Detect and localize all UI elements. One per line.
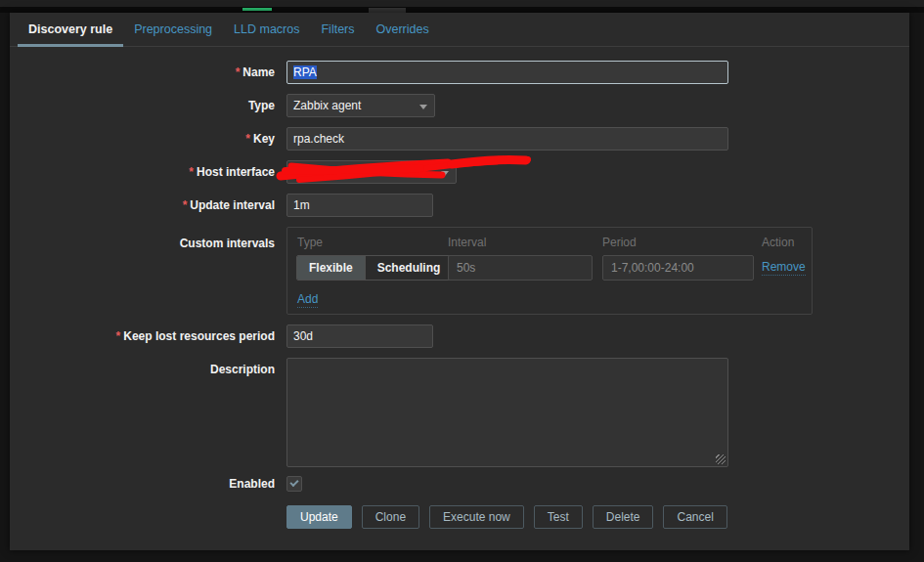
remove-link[interactable]: Remove <box>762 260 806 276</box>
type-select[interactable]: Zabbix agent <box>286 94 435 117</box>
chevron-down-icon <box>419 105 427 109</box>
custom-intervals-label: Custom intervals <box>10 232 275 255</box>
type-row: Type Zabbix agent <box>10 94 909 117</box>
update-interval-label: *Update interval <box>10 194 275 217</box>
required-marker: * <box>236 65 241 79</box>
background-green-bar <box>242 8 272 11</box>
discovery-rule-dialog: Discovery rule Preprocessing LLD macros … <box>10 13 909 550</box>
required-marker: * <box>183 198 188 212</box>
keep-lost-label: *Keep lost resources period <box>10 324 275 348</box>
update-interval-input[interactable]: 1m <box>286 194 433 217</box>
toggle-scheduling[interactable]: Scheduling <box>365 256 453 280</box>
custom-intervals-box: Type Interval Period Action Flexible Sch… <box>286 227 813 315</box>
key-input[interactable]: rpa.check <box>286 127 728 151</box>
test-button[interactable]: Test <box>534 505 583 529</box>
clone-button[interactable]: Clone <box>362 505 419 529</box>
interval-type-toggle: Flexible Scheduling <box>296 255 453 281</box>
host-interface-row: *Host interface <box>10 160 909 184</box>
enabled-label: Enabled <box>10 472 275 496</box>
tab-overrides[interactable]: Overrides <box>366 13 440 46</box>
host-interface-label: *Host interface <box>10 160 275 184</box>
key-label: *Key <box>10 127 275 151</box>
chevron-down-icon <box>441 171 449 176</box>
key-row: *Key rpa.check <box>10 127 909 151</box>
add-link[interactable]: Add <box>297 292 318 308</box>
ci-interval-input[interactable]: 50s <box>448 255 593 281</box>
name-label: *Name <box>10 61 275 84</box>
ci-header-type: Type <box>297 236 323 249</box>
description-row: Description <box>10 358 909 467</box>
cancel-button[interactable]: Cancel <box>663 505 726 529</box>
type-label: Type <box>10 94 275 117</box>
tab-bar: Discovery rule Preprocessing LLD macros … <box>10 13 909 47</box>
host-interface-select[interactable] <box>286 160 457 184</box>
tab-lld-macros[interactable]: LLD macros <box>223 13 310 46</box>
selected-text: RPA <box>293 65 317 79</box>
resize-handle[interactable] <box>716 454 726 464</box>
required-marker: * <box>116 329 121 343</box>
required-marker: * <box>189 165 194 179</box>
tab-filters[interactable]: Filters <box>310 13 365 46</box>
background-top-strip <box>0 0 924 7</box>
update-button[interactable]: Update <box>286 505 352 529</box>
ci-header-period: Period <box>602 236 637 249</box>
keep-lost-input[interactable]: 30d <box>286 324 433 348</box>
name-input[interactable]: RPA <box>286 61 728 84</box>
footer-buttons: Update Clone Execute now Test Delete Can… <box>286 505 727 529</box>
name-row: *Name RPA <box>10 61 909 84</box>
execute-now-button[interactable]: Execute now <box>429 505 524 529</box>
required-marker: * <box>245 132 250 146</box>
checkmark-icon <box>289 478 298 487</box>
toggle-flexible[interactable]: Flexible <box>297 256 365 280</box>
tab-preprocessing[interactable]: Preprocessing <box>123 13 223 46</box>
description-textarea[interactable] <box>286 358 728 467</box>
delete-button[interactable]: Delete <box>593 505 654 529</box>
ci-header-interval: Interval <box>448 236 486 249</box>
keep-lost-row: *Keep lost resources period 30d <box>10 324 909 348</box>
enabled-checkbox[interactable] <box>286 476 302 492</box>
description-label: Description <box>10 358 275 381</box>
type-select-value: Zabbix agent <box>293 99 361 112</box>
update-interval-row: *Update interval 1m <box>10 194 909 217</box>
ci-header-action: Action <box>762 236 794 249</box>
ci-period-input[interactable]: 1-7,00:00-24:00 <box>602 255 754 281</box>
tab-discovery-rule[interactable]: Discovery rule <box>18 13 123 46</box>
enabled-row: Enabled <box>10 472 909 496</box>
